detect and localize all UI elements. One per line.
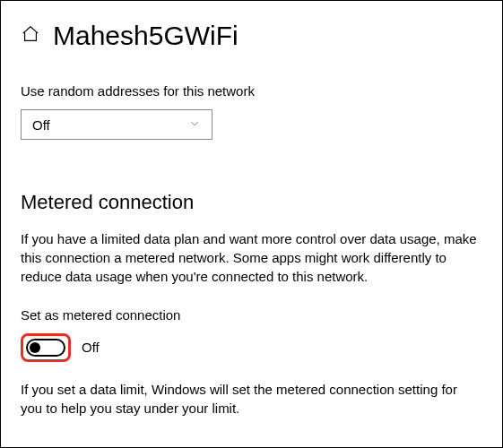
metered-description: If you have a limited data plan and want… bbox=[21, 229, 482, 286]
random-addresses-section: Use random addresses for this network Of… bbox=[21, 82, 482, 140]
metered-toggle-state: Off bbox=[82, 338, 100, 357]
metered-toggle-row: Off bbox=[21, 333, 482, 362]
metered-toggle[interactable] bbox=[26, 339, 65, 357]
metered-toggle-label: Set as metered connection bbox=[21, 306, 482, 324]
chevron-down-icon bbox=[188, 116, 201, 134]
dropdown-value: Off bbox=[32, 116, 50, 134]
page-header: Mahesh5GWiFi bbox=[21, 17, 482, 55]
data-limit-note: If you set a data limit, Windows will se… bbox=[21, 380, 482, 418]
toggle-knob bbox=[30, 342, 40, 353]
metered-heading: Metered connection bbox=[21, 189, 482, 217]
page-title: Mahesh5GWiFi bbox=[53, 17, 238, 55]
random-addresses-dropdown[interactable]: Off bbox=[21, 109, 212, 140]
random-addresses-label: Use random addresses for this network bbox=[21, 82, 482, 100]
home-icon[interactable] bbox=[21, 24, 40, 48]
highlight-box bbox=[21, 333, 71, 362]
